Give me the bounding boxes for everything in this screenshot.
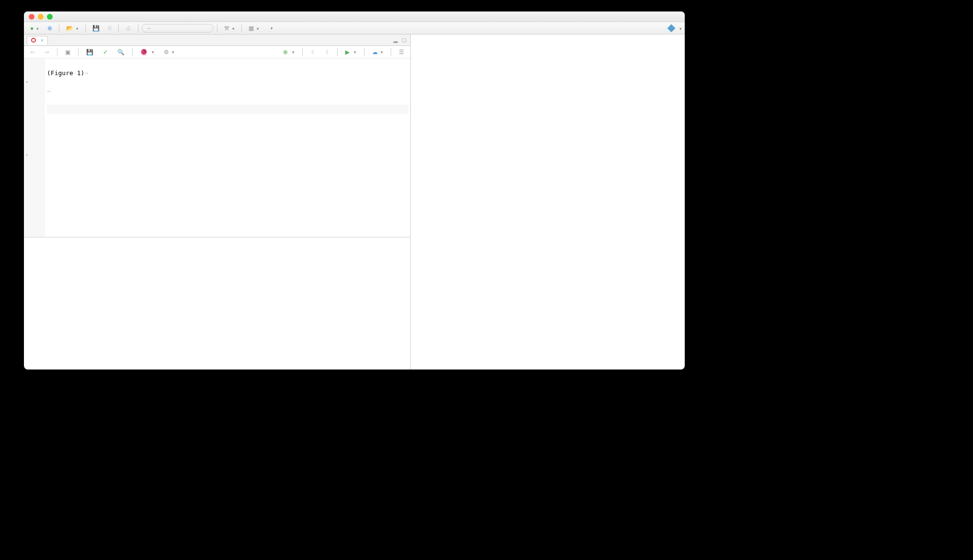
editor-area[interactable]: ▾ ▾ — [24, 58, 410, 237]
plus-icon: ● — [30, 25, 34, 32]
knit-button[interactable]: 🧶 — [137, 47, 158, 57]
save-all-icon: ⎘ — [108, 25, 112, 32]
run-icon: ▶ — [345, 49, 350, 56]
open-file-button[interactable]: 📂 — [63, 23, 82, 33]
go-to-file-input[interactable]: → — [142, 24, 214, 33]
source-tab-active[interactable]: × — [27, 36, 48, 45]
build-tools-button[interactable]: ⚒ — [221, 23, 238, 33]
titlebar[interactable] — [24, 11, 685, 22]
close-window-button[interactable] — [29, 14, 34, 20]
new-file-button[interactable]: ● — [27, 23, 42, 33]
prev-chunk-button[interactable]: ⇧ — [307, 47, 318, 57]
line-gutter: ▾ ▾ — [24, 58, 45, 237]
insert-chunk-button[interactable]: ⊕ — [280, 47, 298, 57]
hammer-icon: ⚒ — [224, 25, 229, 32]
print-button[interactable]: 🖨 — [122, 23, 135, 33]
rmd-icon — [31, 38, 36, 43]
maximize-window-button[interactable] — [47, 14, 53, 20]
project-plus-icon: ⊕ — [47, 25, 52, 32]
grid-button[interactable]: ▦ — [245, 23, 262, 33]
next-chunk-button[interactable]: ⇩ — [321, 47, 333, 57]
outline-toggle-button[interactable]: ☰ — [396, 47, 407, 57]
grid-icon: ▦ — [249, 25, 254, 32]
run-button[interactable]: ▶ — [342, 47, 360, 57]
save-source-button[interactable]: 💾 — [83, 47, 97, 57]
back-button[interactable]: ⇐ — [27, 47, 38, 57]
gear-settings-button[interactable]: ⚙ — [160, 47, 178, 57]
maximize-pane-icon[interactable]: ▢ — [401, 37, 407, 44]
publish-icon: ☁ — [372, 49, 378, 56]
save-button[interactable]: 💾 — [89, 23, 103, 33]
traffic-lights — [29, 14, 53, 20]
print-icon: 🖨 — [125, 25, 131, 32]
save-icon: 💾 — [92, 25, 100, 32]
forward-button[interactable]: ⇒ — [41, 47, 53, 57]
gear-icon: ⚙ — [164, 49, 169, 56]
source-tab-bar: × ▂ ▢ — [24, 34, 410, 46]
publish-button[interactable]: ☁ — [369, 47, 386, 57]
close-tab-icon[interactable]: × — [41, 38, 44, 43]
save-all-button[interactable]: ⎘ — [105, 23, 115, 33]
source-toolbar: ⇐ ⇒ ▣ 💾 ✓ 🔍 🧶 ⚙ ⊕ ⇧ ⇩ — [24, 46, 410, 58]
rstudio-window: ● ⊕ 📂 💾 ⎘ 🖨 → ⚒ ▦ — [24, 11, 685, 370]
addins-button[interactable] — [264, 24, 276, 32]
find-button[interactable]: 🔍 — [114, 47, 128, 57]
insert-icon: ⊕ — [283, 49, 288, 56]
popout-button[interactable]: ▣ — [62, 47, 74, 57]
arrow-right-icon: → — [146, 25, 151, 31]
new-project-button[interactable]: ⊕ — [44, 23, 56, 33]
project-selector[interactable] — [668, 25, 682, 32]
knit-icon: 🧶 — [140, 49, 147, 56]
source-pane: × ▂ ▢ ⇐ ⇒ ▣ 💾 ✓ 🔍 🧶 — [24, 34, 410, 237]
code-content[interactable]: (Figure·1)¬ ¬ — [45, 58, 410, 237]
minimize-pane-icon[interactable]: ▂ — [392, 37, 399, 44]
folder-open-icon: 📂 — [66, 25, 73, 32]
spellcheck-button[interactable]: ✓ — [100, 47, 111, 57]
minimize-window-button[interactable] — [38, 14, 44, 20]
main-toolbar: ● ⊕ 📂 💾 ⎘ 🖨 → ⚒ ▦ — [24, 22, 685, 34]
project-icon — [668, 24, 676, 32]
